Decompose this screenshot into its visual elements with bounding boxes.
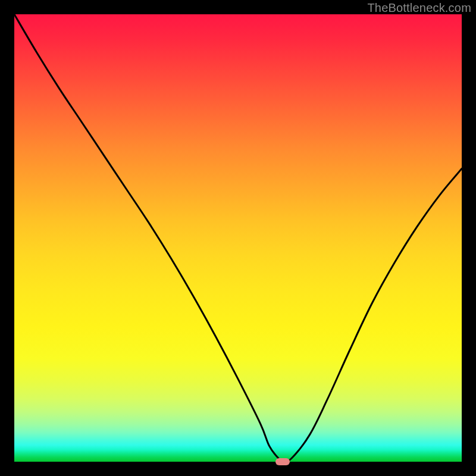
chart-container: TheBottleneck.com <box>0 0 476 476</box>
plot-gradient-background <box>14 14 462 462</box>
watermark-text: TheBottleneck.com <box>367 1 471 15</box>
